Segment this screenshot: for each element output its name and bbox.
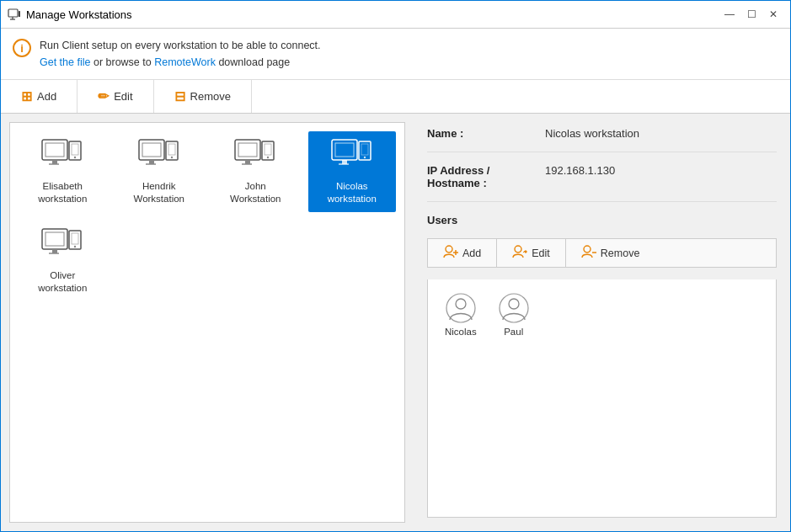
- name-row: Name : Nicolas workstation: [427, 127, 777, 140]
- svg-rect-10: [72, 144, 78, 155]
- svg-rect-33: [45, 232, 64, 246]
- workstation-label-hendrik: HendrikWorkstation: [133, 180, 184, 205]
- edit-label: Edit: [114, 90, 132, 103]
- user-item-paul[interactable]: Paul: [492, 290, 536, 340]
- svg-point-42: [515, 246, 521, 253]
- add-user-button[interactable]: Add: [428, 239, 497, 267]
- add-icon: ⊞: [21, 88, 32, 104]
- divider-1: [427, 152, 777, 152]
- info-or: or browse to: [94, 56, 154, 68]
- workstation-icon-john: [233, 138, 277, 177]
- svg-point-49: [509, 299, 519, 309]
- users-list: Nicolas Paul: [427, 279, 777, 518]
- edit-user-label: Edit: [532, 247, 550, 259]
- svg-rect-5: [45, 143, 64, 157]
- add-user-icon: [443, 245, 458, 261]
- title-bar: Manage Workstations — ☐ ✕: [1, 1, 790, 29]
- remote-work-link[interactable]: RemoteWork: [154, 56, 216, 68]
- svg-rect-12: [142, 143, 161, 157]
- main-toolbar: ⊞ Add ✏ Edit ⊟ Remove: [1, 80, 790, 114]
- manage-workstations-window: Manage Workstations — ☐ ✕ i Run Client s…: [0, 0, 791, 532]
- svg-point-37: [74, 246, 76, 247]
- remove-icon: ⊟: [174, 88, 185, 104]
- svg-rect-19: [238, 143, 257, 157]
- name-value: Nicolas workstation: [545, 127, 639, 140]
- edit-workstation-button[interactable]: ✏ Edit: [77, 80, 153, 113]
- info-bar: i Run Client setup on every workstation …: [1, 29, 790, 80]
- workstation-item-oliver[interactable]: Oliverworkstation: [19, 221, 107, 301]
- remove-workstation-button[interactable]: ⊟ Remove: [154, 80, 252, 113]
- svg-point-9: [74, 157, 76, 158]
- user-avatar-paul: [499, 293, 529, 323]
- workstation-item-hendrik[interactable]: HendrikWorkstation: [115, 131, 204, 212]
- svg-point-44: [584, 246, 591, 253]
- info-icon: i: [13, 39, 31, 57]
- workstation-label-nicolas: Nicolasworkstation: [328, 180, 377, 205]
- workstation-grid: Elisabethworkstation HendrikWorkstation: [10, 123, 404, 310]
- main-content: Elisabethworkstation HendrikWorkstation: [1, 114, 790, 531]
- edit-user-icon: [512, 245, 527, 261]
- users-toolbar: Add Edit: [427, 238, 777, 268]
- svg-rect-17: [168, 144, 175, 155]
- svg-rect-0: [8, 9, 18, 17]
- svg-point-39: [446, 246, 452, 253]
- ip-row: IP Address /Hostname : 192.168.1.130: [427, 164, 777, 189]
- svg-rect-26: [335, 143, 354, 157]
- svg-point-23: [267, 157, 269, 158]
- workstation-icon-nicolas: [330, 138, 374, 177]
- user-name-paul: Paul: [504, 327, 523, 337]
- svg-point-30: [364, 157, 366, 158]
- workstation-icon-hendrik: [137, 138, 181, 177]
- svg-point-47: [456, 299, 466, 309]
- window-controls: — ☐ ✕: [719, 6, 783, 23]
- svg-rect-3: [19, 11, 20, 17]
- name-label: Name :: [427, 127, 528, 140]
- user-name-nicolas: Nicolas: [445, 327, 477, 337]
- workstation-item-elisabeth[interactable]: Elisabethworkstation: [19, 131, 107, 212]
- info-download: download page: [218, 56, 290, 68]
- remove-user-label: Remove: [601, 247, 640, 259]
- workstation-label-elisabeth: Elisabethworkstation: [38, 180, 87, 205]
- workstation-icon-oliver: [40, 227, 84, 266]
- ip-label: IP Address /Hostname :: [427, 164, 528, 189]
- workstation-label-john: JohnWorkstation: [230, 180, 281, 205]
- remove-user-button[interactable]: Remove: [566, 239, 655, 267]
- info-text: Run Client setup on every workstation to…: [40, 37, 321, 71]
- remove-user-icon: [581, 245, 596, 261]
- user-item-nicolas[interactable]: Nicolas: [438, 290, 484, 340]
- add-user-label: Add: [462, 247, 481, 259]
- close-button[interactable]: ✕: [763, 6, 783, 23]
- users-section-label: Users: [427, 214, 777, 226]
- svg-point-16: [171, 157, 173, 158]
- get-file-link[interactable]: Get the file: [40, 56, 90, 68]
- workstation-label-oliver: Oliverworkstation: [38, 269, 87, 295]
- maximize-button[interactable]: ☐: [741, 6, 762, 23]
- remove-label: Remove: [190, 90, 231, 103]
- app-icon: [8, 8, 21, 21]
- workstation-item-nicolas[interactable]: Nicolasworkstation: [308, 131, 397, 212]
- user-avatar-nicolas: [446, 293, 476, 323]
- svg-rect-24: [265, 144, 271, 155]
- svg-rect-38: [72, 233, 78, 244]
- workstation-icon-elisabeth: [40, 138, 84, 177]
- edit-user-button[interactable]: Edit: [497, 239, 566, 267]
- workstation-panel: Elisabethworkstation HendrikWorkstation: [9, 122, 405, 523]
- window-title: Manage Workstations: [26, 8, 719, 21]
- minimize-button[interactable]: —: [719, 6, 740, 23]
- add-label: Add: [37, 90, 56, 103]
- add-workstation-button[interactable]: ⊞ Add: [1, 80, 77, 113]
- detail-panel: Name : Nicolas workstation IP Address /H…: [414, 114, 790, 531]
- info-message: Run Client setup on every workstation to…: [40, 40, 321, 51]
- workstation-item-john[interactable]: JohnWorkstation: [211, 131, 300, 212]
- ip-value: 192.168.1.130: [545, 164, 615, 177]
- divider-2: [427, 201, 777, 202]
- edit-icon: ✏: [98, 88, 109, 104]
- svg-rect-31: [361, 144, 368, 155]
